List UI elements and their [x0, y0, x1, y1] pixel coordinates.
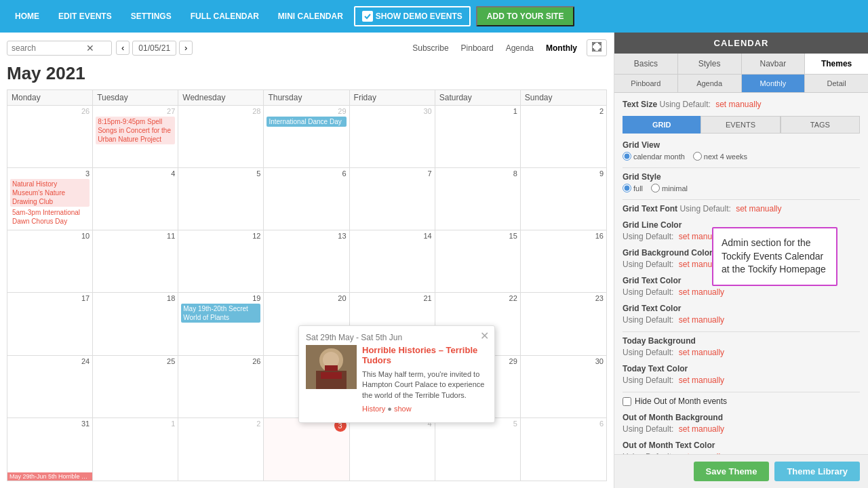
- day-may5[interactable]: 5: [178, 168, 264, 230]
- day-may1[interactable]: 1: [435, 106, 521, 167]
- calendar-month-radio-label[interactable]: calendar month: [623, 152, 685, 161]
- add-to-site-button[interactable]: ADD TO YOUR SITE: [476, 6, 575, 26]
- day-may18[interactable]: 18: [93, 293, 178, 354]
- grid-text-font-link[interactable]: set manually: [736, 204, 781, 214]
- pinboard-view-btn[interactable]: Pinboard: [456, 41, 499, 56]
- text-size-link[interactable]: set manually: [715, 100, 761, 109]
- grid-subtab-button[interactable]: GRID: [623, 116, 701, 134]
- full-style-radio[interactable]: [623, 184, 631, 192]
- day-may11[interactable]: 11: [93, 230, 178, 292]
- day-jun6[interactable]: 6: [521, 418, 606, 481]
- day-may24[interactable]: 24: [7, 356, 93, 418]
- day-may14[interactable]: 14: [350, 230, 435, 292]
- today-bg-link[interactable]: set manually: [679, 348, 724, 357]
- day-may2[interactable]: 2: [521, 106, 606, 167]
- out-of-month-bg-link[interactable]: set manually: [679, 424, 724, 434]
- calendar-month-radio[interactable]: [623, 152, 631, 161]
- day-may26[interactable]: 26: [178, 356, 264, 418]
- day-jun1[interactable]: 1: [93, 418, 178, 481]
- minimal-style-radio[interactable]: [651, 184, 660, 192]
- day-apr29[interactable]: 29 International Dance Day: [264, 106, 349, 167]
- day-may13[interactable]: 13: [264, 230, 349, 292]
- calendar-week-2: 3 Natural History Museum's Nature Drawin…: [7, 168, 606, 230]
- popup-close-button[interactable]: ✕: [480, 329, 489, 342]
- next-4-weeks-radio[interactable]: [693, 152, 702, 161]
- agenda-view-btn[interactable]: Agenda: [500, 41, 539, 56]
- tags-subtab-button[interactable]: TAGS: [781, 116, 860, 134]
- today-text-color-link[interactable]: set manually: [679, 375, 724, 385]
- day-may23[interactable]: 23: [521, 293, 606, 354]
- nav-edit-events[interactable]: EDIT EVENTS: [50, 7, 120, 25]
- event-spell-songs[interactable]: 8:15pm-9:45pm Spell Songs in Concert for…: [96, 117, 175, 144]
- fullscreen-icon-button[interactable]: [587, 39, 607, 56]
- day-header-mon: Monday: [7, 90, 93, 105]
- sub-tab-monthly[interactable]: Monthly: [742, 75, 806, 92]
- event-secret-world[interactable]: May 19th-20th Secret World of Plants: [181, 304, 260, 323]
- day-may10[interactable]: 10: [7, 230, 93, 292]
- show-demo-events-button[interactable]: SHOW DEMO EVENTS: [354, 6, 471, 26]
- day-may12[interactable]: 12: [178, 230, 264, 292]
- event-natural-history[interactable]: Natural History Museum's Nature Drawing …: [10, 179, 90, 207]
- event-horrible-histories-bar[interactable]: May 29th-Jun 5th Horrible Histories – Te…: [7, 472, 92, 481]
- day-may17[interactable]: 17: [7, 293, 93, 354]
- hide-out-of-month-checkbox[interactable]: [623, 397, 631, 406]
- day-may16[interactable]: 16: [521, 230, 606, 292]
- grid-style-row: Grid Style full minimal: [623, 172, 860, 192]
- day-may15[interactable]: 15: [435, 230, 521, 292]
- nav-mini-calendar[interactable]: MINI CALENDAR: [270, 7, 351, 25]
- search-clear-icon[interactable]: ✕: [86, 43, 94, 54]
- day-may19[interactable]: 19 May 19th-20th Secret World of Plants: [178, 293, 264, 354]
- day-jun5[interactable]: 5: [435, 418, 521, 481]
- save-theme-button[interactable]: Save Theme: [694, 462, 770, 481]
- day-jun4[interactable]: 4: [350, 418, 435, 481]
- day-apr30[interactable]: 30: [350, 106, 435, 167]
- day-may3[interactable]: 3 Natural History Museum's Nature Drawin…: [7, 168, 93, 230]
- day-apr28[interactable]: 28: [178, 106, 264, 167]
- search-box[interactable]: ✕: [7, 41, 112, 56]
- tab-styles[interactable]: Styles: [678, 54, 742, 74]
- nav-full-calendar[interactable]: FULL CALENDAR: [182, 7, 267, 25]
- day-may31[interactable]: 31 May 29th-Jun 5th Horrible Histories –…: [7, 418, 93, 481]
- event-dawn-chorus[interactable]: 5am-3pm International Dawn Chorus Day: [10, 207, 90, 226]
- hide-out-of-month-label[interactable]: Hide Out of Month events: [623, 396, 860, 406]
- day-jun2[interactable]: 2: [178, 418, 264, 481]
- grid-text-color-link[interactable]: set manually: [679, 287, 724, 297]
- tab-themes[interactable]: Themes: [805, 54, 868, 74]
- sub-tab-agenda[interactable]: Agenda: [678, 75, 742, 92]
- events-subtab-button[interactable]: EVENTS: [701, 116, 780, 134]
- panel-title: CALENDAR: [614, 33, 868, 54]
- nav-home[interactable]: HOME: [7, 7, 47, 25]
- calendar-week-3: 10 11 12 13 14 15 16: [7, 230, 606, 293]
- event-popup: ✕ Sat 29th May - Sat 5th Jun Horrible Hi…: [298, 325, 495, 423]
- event-intl-dance-day[interactable]: International Dance Day: [267, 117, 346, 127]
- day-apr27[interactable]: 27 8:15pm-9:45pm Spell Songs in Concert …: [93, 106, 178, 167]
- sub-tab-pinboard[interactable]: Pinboard: [614, 75, 678, 92]
- tab-basics[interactable]: Basics: [614, 54, 678, 74]
- sub-tab-detail[interactable]: Detail: [805, 75, 868, 92]
- next-date-button[interactable]: ›: [179, 41, 193, 55]
- popup-tag-history[interactable]: History: [362, 405, 385, 413]
- checkbox-icon: [362, 11, 373, 22]
- day-may6[interactable]: 6: [264, 168, 349, 230]
- day-may30[interactable]: 30: [521, 356, 606, 418]
- popup-event-title[interactable]: Horrible Histories – Terrible Tudors: [362, 345, 488, 365]
- day-may4[interactable]: 4: [93, 168, 178, 230]
- monthly-view-btn[interactable]: Monthly: [540, 41, 583, 56]
- minimal-style-radio-label[interactable]: minimal: [651, 184, 688, 192]
- day-may8[interactable]: 8: [435, 168, 521, 230]
- next-4-weeks-radio-label[interactable]: next 4 weeks: [693, 152, 747, 161]
- day-may7[interactable]: 7: [350, 168, 435, 230]
- nav-settings[interactable]: SETTINGS: [123, 7, 180, 25]
- search-input[interactable]: [12, 43, 86, 53]
- grid-text-color-link-2[interactable]: set manually: [679, 315, 724, 325]
- prev-date-button[interactable]: ‹: [116, 41, 130, 55]
- popup-show-link[interactable]: show: [394, 405, 412, 413]
- subscribe-view-btn[interactable]: Subscribe: [407, 41, 454, 56]
- full-style-radio-label[interactable]: full: [623, 184, 643, 192]
- day-jun3-today[interactable]: 3: [264, 418, 349, 481]
- tab-navbar[interactable]: Navbar: [742, 54, 806, 74]
- theme-library-button[interactable]: Theme Library: [774, 462, 860, 481]
- day-may25[interactable]: 25: [93, 356, 178, 418]
- day-apr26[interactable]: 26: [7, 106, 93, 167]
- day-may9[interactable]: 9: [521, 168, 606, 230]
